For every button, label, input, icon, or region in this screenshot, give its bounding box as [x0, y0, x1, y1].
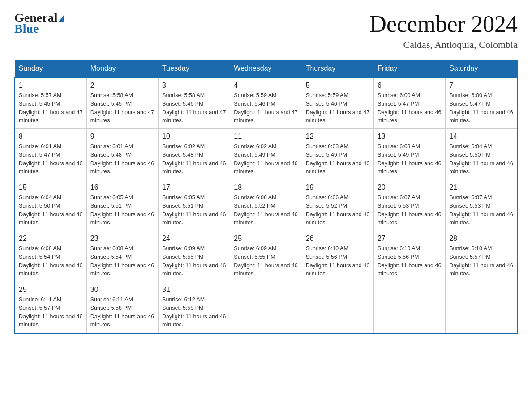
day-info: Sunrise: 6:12 AMSunset: 5:58 PMDaylight:… — [162, 295, 226, 329]
day-number: 21 — [449, 184, 513, 192]
day-number: 26 — [306, 235, 370, 243]
logo-blue-text: Blue — [14, 21, 39, 35]
day-number: 9 — [90, 133, 154, 141]
day-cell: 30 Sunrise: 6:11 AMSunset: 5:58 PMDaylig… — [86, 282, 158, 334]
day-number: 4 — [234, 81, 298, 90]
day-cell: 29 Sunrise: 6:11 AMSunset: 5:57 PMDaylig… — [15, 282, 86, 334]
calendar-subtitle: Caldas, Antioquia, Colombia — [369, 39, 518, 51]
logo: General Blue — [14, 11, 64, 36]
day-info: Sunrise: 6:06 AMSunset: 5:52 PMDaylight:… — [234, 193, 298, 227]
day-number: 10 — [162, 133, 226, 141]
day-cell: 6 Sunrise: 6:00 AMSunset: 5:47 PMDayligh… — [373, 77, 445, 129]
day-cell: 23 Sunrise: 6:08 AMSunset: 5:54 PMDaylig… — [86, 231, 158, 282]
week-row-1: 1 Sunrise: 5:57 AMSunset: 5:45 PMDayligh… — [15, 77, 517, 129]
day-number: 2 — [90, 81, 154, 90]
day-info: Sunrise: 6:07 AMSunset: 5:53 PMDaylight:… — [378, 193, 442, 227]
day-cell: 10 Sunrise: 6:02 AMSunset: 5:48 PMDaylig… — [159, 129, 230, 180]
day-cell: 9 Sunrise: 6:01 AMSunset: 5:48 PMDayligh… — [86, 129, 158, 180]
col-header-friday: Friday — [373, 60, 445, 78]
day-cell — [230, 282, 302, 334]
day-info: Sunrise: 5:58 AMSunset: 5:46 PMDaylight:… — [162, 91, 226, 125]
day-cell: 4 Sunrise: 5:59 AMSunset: 5:46 PMDayligh… — [230, 77, 302, 129]
day-cell: 22 Sunrise: 6:08 AMSunset: 5:54 PMDaylig… — [15, 231, 86, 282]
day-number: 1 — [19, 81, 83, 90]
day-number: 27 — [378, 235, 442, 243]
day-info: Sunrise: 6:07 AMSunset: 5:53 PMDaylight:… — [449, 193, 513, 227]
day-info: Sunrise: 6:08 AMSunset: 5:54 PMDaylight:… — [19, 244, 83, 278]
calendar-title: December 2024 — [369, 11, 518, 37]
col-header-thursday: Thursday — [302, 60, 373, 78]
day-number: 17 — [162, 184, 226, 192]
day-number: 12 — [306, 133, 370, 141]
day-number: 7 — [449, 81, 513, 90]
day-cell: 27 Sunrise: 6:10 AMSunset: 5:56 PMDaylig… — [373, 231, 445, 282]
col-header-tuesday: Tuesday — [159, 60, 230, 78]
day-info: Sunrise: 6:10 AMSunset: 5:56 PMDaylight:… — [306, 244, 370, 278]
day-info: Sunrise: 6:00 AMSunset: 5:47 PMDaylight:… — [449, 91, 513, 125]
day-number: 20 — [378, 184, 442, 192]
day-cell: 26 Sunrise: 6:10 AMSunset: 5:56 PMDaylig… — [302, 231, 373, 282]
week-row-5: 29 Sunrise: 6:11 AMSunset: 5:57 PMDaylig… — [15, 282, 517, 334]
day-number: 23 — [90, 235, 154, 243]
day-cell: 7 Sunrise: 6:00 AMSunset: 5:47 PMDayligh… — [446, 77, 517, 129]
day-cell: 20 Sunrise: 6:07 AMSunset: 5:53 PMDaylig… — [373, 180, 445, 231]
day-info: Sunrise: 6:03 AMSunset: 5:49 PMDaylight:… — [306, 142, 370, 176]
day-number: 30 — [90, 286, 154, 294]
day-info: Sunrise: 6:11 AMSunset: 5:58 PMDaylight:… — [90, 295, 154, 329]
day-number: 16 — [90, 184, 154, 192]
col-header-sunday: Sunday — [15, 60, 86, 78]
logo-blue-part — [57, 15, 64, 25]
day-info: Sunrise: 6:03 AMSunset: 5:49 PMDaylight:… — [378, 142, 442, 176]
day-number: 28 — [449, 235, 513, 243]
day-number: 24 — [162, 235, 226, 243]
day-number: 5 — [306, 81, 370, 90]
day-info: Sunrise: 5:59 AMSunset: 5:46 PMDaylight:… — [234, 91, 298, 125]
day-number: 18 — [234, 184, 298, 192]
day-cell: 13 Sunrise: 6:03 AMSunset: 5:49 PMDaylig… — [373, 129, 445, 180]
day-number: 3 — [162, 81, 226, 90]
day-info: Sunrise: 6:09 AMSunset: 5:55 PMDaylight:… — [162, 244, 226, 278]
day-cell: 3 Sunrise: 5:58 AMSunset: 5:46 PMDayligh… — [159, 77, 230, 129]
day-info: Sunrise: 6:05 AMSunset: 5:51 PMDaylight:… — [90, 193, 154, 227]
day-cell: 15 Sunrise: 6:04 AMSunset: 5:50 PMDaylig… — [15, 180, 86, 231]
day-cell: 14 Sunrise: 6:04 AMSunset: 5:50 PMDaylig… — [446, 129, 517, 180]
day-cell: 5 Sunrise: 5:59 AMSunset: 5:46 PMDayligh… — [302, 77, 373, 129]
day-cell — [373, 282, 445, 334]
day-info: Sunrise: 6:10 AMSunset: 5:56 PMDaylight:… — [378, 244, 442, 278]
day-cell — [302, 282, 373, 334]
day-cell: 17 Sunrise: 6:05 AMSunset: 5:51 PMDaylig… — [159, 180, 230, 231]
day-number: 15 — [19, 184, 83, 192]
day-info: Sunrise: 6:05 AMSunset: 5:51 PMDaylight:… — [162, 193, 226, 227]
day-info: Sunrise: 6:04 AMSunset: 5:50 PMDaylight:… — [19, 193, 83, 227]
day-cell — [446, 282, 517, 334]
day-number: 29 — [19, 286, 83, 294]
week-row-4: 22 Sunrise: 6:08 AMSunset: 5:54 PMDaylig… — [15, 231, 517, 282]
col-header-wednesday: Wednesday — [230, 60, 302, 78]
day-info: Sunrise: 6:11 AMSunset: 5:57 PMDaylight:… — [19, 295, 83, 329]
day-cell: 1 Sunrise: 5:57 AMSunset: 5:45 PMDayligh… — [15, 77, 86, 129]
day-info: Sunrise: 6:09 AMSunset: 5:55 PMDaylight:… — [234, 244, 298, 278]
week-row-3: 15 Sunrise: 6:04 AMSunset: 5:50 PMDaylig… — [15, 180, 517, 231]
col-header-saturday: Saturday — [446, 60, 517, 78]
day-info: Sunrise: 6:00 AMSunset: 5:47 PMDaylight:… — [378, 91, 442, 125]
day-cell: 28 Sunrise: 6:10 AMSunset: 5:57 PMDaylig… — [446, 231, 517, 282]
day-cell: 25 Sunrise: 6:09 AMSunset: 5:55 PMDaylig… — [230, 231, 302, 282]
day-cell: 16 Sunrise: 6:05 AMSunset: 5:51 PMDaylig… — [86, 180, 158, 231]
day-cell: 21 Sunrise: 6:07 AMSunset: 5:53 PMDaylig… — [446, 180, 517, 231]
day-info: Sunrise: 6:04 AMSunset: 5:50 PMDaylight:… — [449, 142, 513, 176]
day-info: Sunrise: 6:02 AMSunset: 5:48 PMDaylight:… — [162, 142, 226, 176]
page-header: General Blue December 2024 Caldas, Antio… — [14, 11, 518, 51]
day-cell: 8 Sunrise: 6:01 AMSunset: 5:47 PMDayligh… — [15, 129, 86, 180]
week-row-2: 8 Sunrise: 6:01 AMSunset: 5:47 PMDayligh… — [15, 129, 517, 180]
day-cell: 18 Sunrise: 6:06 AMSunset: 5:52 PMDaylig… — [230, 180, 302, 231]
day-info: Sunrise: 6:06 AMSunset: 5:52 PMDaylight:… — [306, 193, 370, 227]
day-cell: 2 Sunrise: 5:58 AMSunset: 5:45 PMDayligh… — [86, 77, 158, 129]
day-cell: 31 Sunrise: 6:12 AMSunset: 5:58 PMDaylig… — [159, 282, 230, 334]
day-info: Sunrise: 5:57 AMSunset: 5:45 PMDaylight:… — [19, 91, 83, 125]
day-cell: 24 Sunrise: 6:09 AMSunset: 5:55 PMDaylig… — [159, 231, 230, 282]
calendar-table: SundayMondayTuesdayWednesdayThursdayFrid… — [14, 60, 518, 334]
day-info: Sunrise: 6:01 AMSunset: 5:47 PMDaylight:… — [19, 142, 83, 176]
title-area: December 2024 Caldas, Antioquia, Colombi… — [369, 11, 518, 51]
calendar-header-row: SundayMondayTuesdayWednesdayThursdayFrid… — [15, 60, 517, 78]
day-number: 8 — [19, 133, 83, 141]
